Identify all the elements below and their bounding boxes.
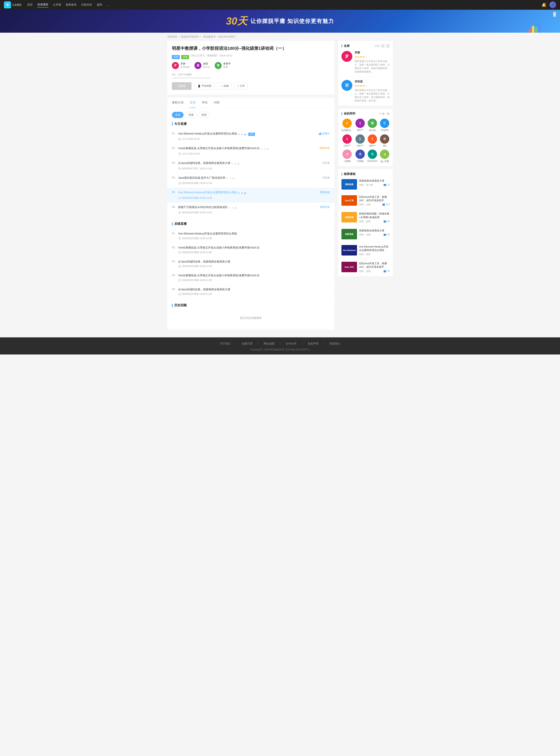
purchased-button[interactable]: 已购买 [172, 82, 192, 90]
footer-about[interactable]: 关于我们 [220, 342, 231, 345]
lesson-name-row-6: 跟随千万级项目从0到100全过程高效成长 ✎ ✦ ⊞ [178, 205, 317, 211]
nav-problems[interactable]: 题库 [97, 2, 102, 7]
link-icon-6[interactable]: ✦ [232, 206, 234, 210]
link-icon-4[interactable]: ✦ [229, 177, 232, 180]
edit-icon-4[interactable]: ✎ [226, 177, 228, 180]
classmate-9: 小 小熊熊 [341, 150, 353, 163]
nav-news[interactable]: 新闻资讯 [66, 2, 77, 7]
banner-content: 30天 让你摆脱平庸 知识使你更有魅力 [226, 14, 334, 28]
lesson-name-5: Vue Element+Node.js开发企业通用管理后台系统 [178, 191, 237, 195]
future-name-2: Vue全家桶实战 从零独立开发企业级小米电商系统(免费升级Vue3.0) [178, 246, 330, 250]
classmate-name-6: 1567** [357, 144, 364, 147]
nav-home[interactable]: 首页 [27, 2, 33, 7]
lesson-name-row-4: Java项目面试实操 提升大厂面试成功率 ✎ ✦ ⊞ [178, 176, 319, 181]
progress-container: 0% 已学习0课时 [172, 73, 330, 78]
future-num-2: 02 [172, 246, 177, 249]
footer-partner[interactable]: 合作伙伴 [286, 342, 297, 345]
footer-disclaimer[interactable]: 免责声明 [307, 342, 319, 345]
sub-tab-offline[interactable]: 面授 [198, 112, 210, 118]
breadcrumb-series[interactable]: 新媒体营销系列 [181, 35, 199, 38]
classmate-avatar-2: 1 [356, 119, 365, 128]
logo[interactable]: 云朵课堂 [4, 1, 21, 8]
tabs-nav: 课程介绍 目录 评论 问答 [167, 98, 335, 108]
logo-text: 云朵课堂 [12, 3, 21, 7]
user-avatar[interactable]: 👤 [549, 2, 556, 8]
lesson-status-5[interactable]: 查看回放 [317, 191, 330, 194]
copy-icon-1[interactable]: ⊞ [244, 133, 246, 136]
tab-catalog[interactable]: 目录 [190, 98, 196, 108]
link-icon-3[interactable]: ✦ [234, 162, 237, 165]
rec-thumb-2: Java工具 [341, 195, 357, 206]
classmate-name-3: 张小田 [369, 129, 376, 132]
link-icon-2[interactable]: ✦ [263, 147, 265, 151]
rec-info-4: 高级电商全线系统大课 讲师：冷峰 👥 46 [359, 229, 390, 239]
sidebar-teacher-section: 名师 1/10 ‹ › 罗 罗静 ★★★★☆ 国内某重点大学安全工程专业硕士，国… [338, 41, 393, 105]
nav-discover[interactable]: 发现课程 [37, 2, 48, 7]
edit-icon-2[interactable]: ✎ [260, 147, 262, 151]
lesson-status-6[interactable]: 查看回放 [317, 205, 330, 209]
footer-jobs[interactable]: 招贤纳士 [329, 342, 340, 345]
copy-icon-2[interactable]: ⊞ [266, 147, 268, 151]
bell-button[interactable]: 🔔 [542, 2, 546, 7]
lesson-name-row-3: 从Java后端到全栈，高级电商全栈系统大课 ✎ ✦ ⊞ [178, 161, 319, 166]
edit-icon-6[interactable]: ✎ [228, 206, 231, 210]
sidebar-teacher-desc-2: 国内某重点大学安全工程专业硕士，国家一级注册消防工程师、注册安全工程师、级注册建… [355, 88, 390, 102]
nav-links: 首页 发现课程 公开课 新闻资讯 问答社区 题库 ... [27, 2, 542, 7]
lesson-num-3: 03 [172, 161, 177, 164]
learner-count: 246人已学习 [191, 54, 205, 57]
copy-icon-5[interactable]: ⊞ [244, 192, 246, 195]
history-title: 历史回顾 [172, 303, 330, 307]
footer-sitemap[interactable]: 网站地图 [264, 342, 275, 345]
tab-comments[interactable]: 评论 [202, 98, 208, 108]
nav-more[interactable]: ... [107, 2, 109, 7]
rec-course-4[interactable]: 电商系统 高级电商全线系统大课 讲师：冷峰 👥 46 [341, 229, 390, 242]
banner-close-button[interactable]: × [553, 12, 556, 17]
banner-bars [529, 24, 541, 33]
future-name-3: 从Java后端到全栈，高级电商全栈系统大课 [178, 260, 330, 264]
rec-meta-1: 讲师：张小锋 👥 34 [359, 183, 390, 187]
progress-label: 0% 已学习0课时 [172, 73, 330, 76]
rec-info-3: 前端全栈加强版！前端全栈+全周期+多端应用 讲师：岱田 👥 56 [359, 212, 390, 223]
copy-icon-3[interactable]: ⊞ [237, 162, 240, 165]
copy-icon-6[interactable]: ⊞ [235, 206, 237, 210]
rec-count-3: 👥 56 [383, 220, 390, 223]
lesson-name-4: Java项目面试实操 提升大厂面试成功率 [178, 176, 225, 180]
rec-meta-3: 讲师：岱田 👥 56 [359, 220, 390, 223]
collect-button[interactable]: ☆ 收藏 [218, 82, 232, 89]
edit-icon-3[interactable]: ✎ [231, 162, 233, 165]
teacher-prev-btn[interactable]: ‹ [381, 44, 385, 48]
link-icon-1[interactable]: ✦ [241, 133, 243, 136]
link-icon-5[interactable]: ✦ [241, 192, 243, 195]
footer-copyright: Copyright© 云朵学院 版权所有 京ICP备17051340号-1 [0, 348, 560, 351]
mobile-watch-button[interactable]: 📱 手机观看 [195, 82, 215, 89]
rec-course-5[interactable]: Vue Element Vue Element+Node.js开发企业通用管理后… [341, 245, 390, 259]
teacher-avatar-3: 青 [215, 62, 222, 69]
teacher-2: 凌 凌荷 班主任 [195, 62, 210, 69]
rec-meta-4: 讲师：冷峰 👥 46 [359, 233, 390, 236]
classmate-name-11: Summers [367, 160, 377, 162]
rec-thumb-inner-5: Vue Element [341, 245, 357, 256]
rec-course-6[interactable]: Java JUC 玩转Java开发工具，精通JUC，成为开发多面手 讲师：岱田 … [341, 262, 390, 273]
nav-open-course[interactable]: 公开课 [53, 2, 61, 7]
copy-icon-4[interactable]: ⊞ [232, 177, 235, 180]
edit-icon-5[interactable]: ✎ [238, 192, 240, 195]
edit-icon-1[interactable]: ✎ [238, 133, 240, 136]
rec-meta-2: 讲师：王峰 👥 123 [359, 203, 390, 206]
rec-course-1[interactable]: 高级电商 高级电商全线系统大课 讲师：张小锋 👥 34 [341, 179, 390, 193]
sub-tab-recorded[interactable]: 录播 [185, 112, 197, 118]
lesson-item-4: 04 Java项目面试实操 提升大厂面试成功率 ✎ ✦ ⊞ 🕐 2020/02/… [172, 173, 330, 188]
collect-label: 收藏 [224, 84, 229, 88]
main-content: 明星中教授课，小学阶段语法100分–强化级第1讲动词（一） 直播 录播 246人… [167, 41, 335, 330]
rec-course-3[interactable]: 前端全栈 前端全栈加强版！前端全栈+全周期+多端应用 讲师：岱田 👥 56 [341, 212, 390, 226]
share-button[interactable]: ⤴ 分享 [235, 82, 248, 89]
nav-qa[interactable]: 问答社区 [81, 2, 92, 7]
tab-intro[interactable]: 课程介绍 [172, 98, 183, 108]
footer-agent[interactable]: 加盟代理 [242, 342, 253, 345]
sub-tab-live[interactable]: 直播 [172, 112, 183, 118]
classmate-avatar-4: C [380, 119, 389, 128]
tab-qa[interactable]: 问答 [214, 98, 220, 108]
breadcrumb-discover[interactable]: 发现课程 [167, 35, 177, 38]
teacher-next-btn[interactable]: › [386, 44, 390, 48]
rec-course-2[interactable]: Java工具 玩转Java开发工具，精通JUC，成为开发多面手 讲师：王峰 👥 … [341, 195, 390, 209]
refresh-classmates-btn[interactable]: ↻ 换一换 [379, 112, 390, 116]
